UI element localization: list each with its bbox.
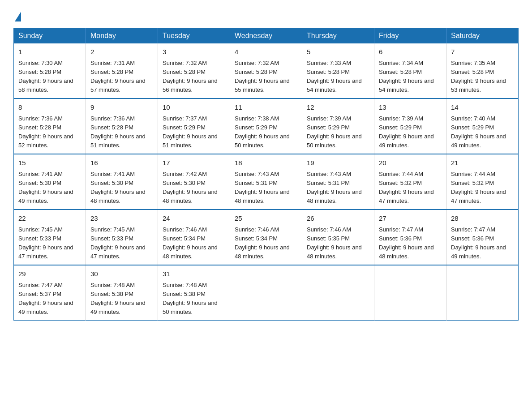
day-info: Sunrise: 7:36 AMSunset: 5:28 PMDaylight:…	[18, 114, 81, 150]
calendar-table: SundayMondayTuesdayWednesdayThursdayFrid…	[13, 28, 519, 321]
day-number: 28	[451, 214, 514, 224]
calendar-day-cell: 24 Sunrise: 7:46 AMSunset: 5:34 PMDaylig…	[158, 210, 230, 265]
day-number: 6	[379, 47, 442, 57]
day-info: Sunrise: 7:40 AMSunset: 5:29 PMDaylight:…	[451, 114, 514, 150]
day-number: 25	[235, 214, 297, 224]
calendar-day-cell: 6 Sunrise: 7:34 AMSunset: 5:28 PMDayligh…	[374, 43, 446, 98]
day-info: Sunrise: 7:39 AMSunset: 5:29 PMDaylight:…	[379, 114, 442, 150]
day-number: 1	[18, 47, 81, 57]
calendar-day-cell: 20 Sunrise: 7:44 AMSunset: 5:32 PMDaylig…	[374, 154, 446, 210]
day-info: Sunrise: 7:43 AMSunset: 5:31 PMDaylight:…	[235, 170, 297, 206]
day-info: Sunrise: 7:48 AMSunset: 5:38 PMDaylight:…	[163, 281, 225, 317]
day-info: Sunrise: 7:35 AMSunset: 5:28 PMDaylight:…	[451, 59, 514, 95]
calendar-day-cell: 17 Sunrise: 7:42 AMSunset: 5:30 PMDaylig…	[158, 154, 230, 210]
day-info: Sunrise: 7:33 AMSunset: 5:28 PMDaylight:…	[307, 59, 369, 95]
day-info: Sunrise: 7:38 AMSunset: 5:29 PMDaylight:…	[235, 114, 297, 150]
calendar-day-cell: 11 Sunrise: 7:38 AMSunset: 5:29 PMDaylig…	[230, 98, 302, 154]
day-number: 8	[18, 103, 81, 113]
calendar-day-cell: 28 Sunrise: 7:47 AMSunset: 5:36 PMDaylig…	[446, 210, 519, 265]
day-info: Sunrise: 7:47 AMSunset: 5:36 PMDaylight:…	[379, 225, 442, 261]
day-number: 7	[451, 47, 514, 57]
day-number: 17	[163, 158, 225, 168]
calendar-day-cell: 16 Sunrise: 7:41 AMSunset: 5:30 PMDaylig…	[86, 154, 158, 210]
day-info: Sunrise: 7:47 AMSunset: 5:37 PMDaylight:…	[18, 281, 81, 317]
day-info: Sunrise: 7:46 AMSunset: 5:34 PMDaylight:…	[235, 225, 297, 261]
calendar-day-cell: 18 Sunrise: 7:43 AMSunset: 5:31 PMDaylig…	[230, 154, 302, 210]
calendar-day-cell: 2 Sunrise: 7:31 AMSunset: 5:28 PMDayligh…	[86, 43, 158, 98]
calendar-day-cell: 29 Sunrise: 7:47 AMSunset: 5:37 PMDaylig…	[14, 265, 86, 321]
day-number: 26	[307, 214, 369, 224]
day-number: 13	[379, 103, 442, 113]
calendar-day-cell: 23 Sunrise: 7:45 AMSunset: 5:33 PMDaylig…	[86, 210, 158, 265]
day-number: 30	[90, 269, 153, 279]
day-number: 18	[235, 158, 297, 168]
day-info: Sunrise: 7:48 AMSunset: 5:38 PMDaylight:…	[90, 281, 153, 317]
calendar-day-cell: 7 Sunrise: 7:35 AMSunset: 5:28 PMDayligh…	[446, 43, 519, 98]
calendar-day-cell	[374, 265, 446, 321]
page-header	[13, 11, 519, 20]
calendar-day-cell: 10 Sunrise: 7:37 AMSunset: 5:29 PMDaylig…	[158, 98, 230, 154]
calendar-day-cell: 14 Sunrise: 7:40 AMSunset: 5:29 PMDaylig…	[446, 98, 519, 154]
day-number: 2	[90, 47, 153, 57]
day-info: Sunrise: 7:44 AMSunset: 5:32 PMDaylight:…	[379, 170, 442, 206]
calendar-day-cell: 9 Sunrise: 7:36 AMSunset: 5:28 PMDayligh…	[86, 98, 158, 154]
day-info: Sunrise: 7:37 AMSunset: 5:29 PMDaylight:…	[163, 114, 225, 150]
day-info: Sunrise: 7:34 AMSunset: 5:28 PMDaylight:…	[379, 59, 442, 95]
calendar-day-cell: 8 Sunrise: 7:36 AMSunset: 5:28 PMDayligh…	[14, 98, 86, 154]
day-info: Sunrise: 7:46 AMSunset: 5:35 PMDaylight:…	[307, 225, 369, 261]
day-number: 21	[451, 158, 514, 168]
day-info: Sunrise: 7:45 AMSunset: 5:33 PMDaylight:…	[18, 225, 81, 261]
calendar-day-cell: 21 Sunrise: 7:44 AMSunset: 5:32 PMDaylig…	[446, 154, 519, 210]
day-info: Sunrise: 7:31 AMSunset: 5:28 PMDaylight:…	[90, 59, 153, 95]
day-info: Sunrise: 7:43 AMSunset: 5:31 PMDaylight:…	[307, 170, 369, 206]
day-number: 27	[379, 214, 442, 224]
day-number: 24	[163, 214, 225, 224]
day-of-week-header: Tuesday	[158, 28, 230, 44]
logo	[13, 11, 21, 20]
calendar-header-row: SundayMondayTuesdayWednesdayThursdayFrid…	[14, 28, 519, 44]
calendar-day-cell: 5 Sunrise: 7:33 AMSunset: 5:28 PMDayligh…	[302, 43, 374, 98]
calendar-week-row: 1 Sunrise: 7:30 AMSunset: 5:28 PMDayligh…	[14, 43, 519, 98]
day-of-week-header: Friday	[374, 28, 446, 44]
calendar-day-cell	[302, 265, 374, 321]
day-info: Sunrise: 7:45 AMSunset: 5:33 PMDaylight:…	[90, 225, 153, 261]
day-of-week-header: Sunday	[14, 28, 86, 44]
day-info: Sunrise: 7:41 AMSunset: 5:30 PMDaylight:…	[90, 170, 153, 206]
day-number: 5	[307, 47, 369, 57]
day-info: Sunrise: 7:32 AMSunset: 5:28 PMDaylight:…	[235, 59, 297, 95]
calendar-week-row: 8 Sunrise: 7:36 AMSunset: 5:28 PMDayligh…	[14, 98, 519, 154]
day-number: 22	[18, 214, 81, 224]
calendar-day-cell: 31 Sunrise: 7:48 AMSunset: 5:38 PMDaylig…	[158, 265, 230, 321]
calendar-week-row: 29 Sunrise: 7:47 AMSunset: 5:37 PMDaylig…	[14, 265, 519, 321]
day-of-week-header: Monday	[86, 28, 158, 44]
day-info: Sunrise: 7:32 AMSunset: 5:28 PMDaylight:…	[163, 59, 225, 95]
calendar-day-cell: 13 Sunrise: 7:39 AMSunset: 5:29 PMDaylig…	[374, 98, 446, 154]
calendar-day-cell: 30 Sunrise: 7:48 AMSunset: 5:38 PMDaylig…	[86, 265, 158, 321]
day-info: Sunrise: 7:47 AMSunset: 5:36 PMDaylight:…	[451, 225, 514, 261]
day-number: 16	[90, 158, 153, 168]
calendar-day-cell: 19 Sunrise: 7:43 AMSunset: 5:31 PMDaylig…	[302, 154, 374, 210]
day-of-week-header: Wednesday	[230, 28, 302, 44]
day-number: 4	[235, 47, 297, 57]
day-number: 20	[379, 158, 442, 168]
day-number: 19	[307, 158, 369, 168]
day-number: 10	[163, 103, 225, 113]
calendar-day-cell: 15 Sunrise: 7:41 AMSunset: 5:30 PMDaylig…	[14, 154, 86, 210]
calendar-day-cell: 1 Sunrise: 7:30 AMSunset: 5:28 PMDayligh…	[14, 43, 86, 98]
day-number: 29	[18, 269, 81, 279]
logo-triangle-icon	[15, 12, 21, 21]
day-info: Sunrise: 7:41 AMSunset: 5:30 PMDaylight:…	[18, 170, 81, 206]
calendar-day-cell: 4 Sunrise: 7:32 AMSunset: 5:28 PMDayligh…	[230, 43, 302, 98]
calendar-day-cell: 25 Sunrise: 7:46 AMSunset: 5:34 PMDaylig…	[230, 210, 302, 265]
calendar-day-cell	[446, 265, 519, 321]
day-number: 9	[90, 103, 153, 113]
calendar-day-cell: 26 Sunrise: 7:46 AMSunset: 5:35 PMDaylig…	[302, 210, 374, 265]
day-of-week-header: Saturday	[446, 28, 519, 44]
day-info: Sunrise: 7:46 AMSunset: 5:34 PMDaylight:…	[163, 225, 225, 261]
day-info: Sunrise: 7:36 AMSunset: 5:28 PMDaylight:…	[90, 114, 153, 150]
day-info: Sunrise: 7:39 AMSunset: 5:29 PMDaylight:…	[307, 114, 369, 150]
calendar-week-row: 15 Sunrise: 7:41 AMSunset: 5:30 PMDaylig…	[14, 154, 519, 210]
day-number: 3	[163, 47, 225, 57]
calendar-day-cell: 3 Sunrise: 7:32 AMSunset: 5:28 PMDayligh…	[158, 43, 230, 98]
calendar-day-cell: 12 Sunrise: 7:39 AMSunset: 5:29 PMDaylig…	[302, 98, 374, 154]
